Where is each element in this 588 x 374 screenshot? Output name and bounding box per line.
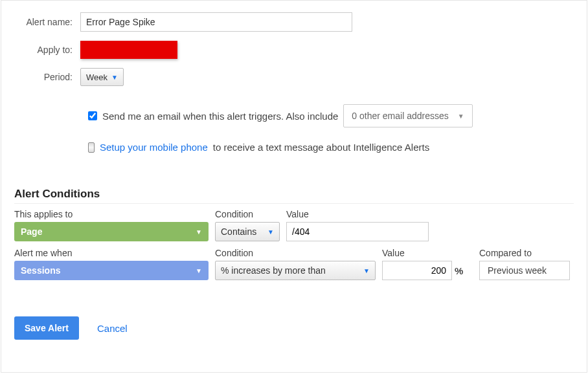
email-checkbox-row: Send me an email when this alert trigger… <box>88 104 574 127</box>
cancel-button[interactable]: Cancel <box>97 323 128 334</box>
mobile-row: Setup your mobile phone to receive a tex… <box>88 142 574 153</box>
caret-down-icon: ▼ <box>267 228 274 236</box>
email-checkbox[interactable] <box>88 111 97 120</box>
applies-label: This applies to <box>14 206 209 219</box>
alertwhen-metric-value: Sessions <box>21 265 60 276</box>
applies-row: This applies to Page ▼ Condition Contain… <box>14 206 574 241</box>
apply-to-redacted[interactable] <box>80 41 177 59</box>
applies-condition-select[interactable]: Contains ▼ <box>215 222 280 241</box>
save-alert-button[interactable]: Save Alert <box>14 316 79 340</box>
alertwhen-condition-value: % increases by more than <box>221 265 326 276</box>
notifications-block: Send me an email when this alert trigger… <box>88 104 574 153</box>
row-apply-to: Apply to: <box>14 41 574 59</box>
alertwhen-value-label: Value <box>382 245 473 258</box>
alert-name-input[interactable] <box>80 12 352 32</box>
compared-value: Previous week <box>488 265 547 276</box>
alert-form: Alert name: Apply to: Period: Week ▼ Sen… <box>1 0 587 373</box>
applies-value-input[interactable] <box>286 222 429 241</box>
compared-value-box[interactable]: Previous week <box>479 261 570 280</box>
button-row: Save Alert Cancel <box>14 316 574 340</box>
compared-label: Compared to <box>479 245 570 258</box>
applies-value-label: Value <box>286 206 429 219</box>
alertwhen-row: Alert me when Sessions ▼ Condition % inc… <box>14 245 574 280</box>
caret-down-icon: ▼ <box>111 74 118 81</box>
alertwhen-label: Alert me when <box>14 245 209 258</box>
applies-condition-value: Contains <box>221 226 256 237</box>
percent-symbol: % <box>455 265 463 276</box>
caret-down-icon: ▼ <box>196 228 202 236</box>
alertwhen-cond-label: Condition <box>215 245 376 258</box>
period-value: Week <box>86 72 107 82</box>
label-apply-to: Apply to: <box>14 45 80 55</box>
row-alert-name: Alert name: <box>14 12 574 32</box>
label-period: Period: <box>14 72 80 82</box>
alert-conditions-title: Alert Conditions <box>14 188 574 201</box>
caret-down-icon: ▼ <box>196 267 202 274</box>
applies-dimension-select[interactable]: Page ▼ <box>14 222 209 241</box>
mobile-trail-text: to receive a text message about Intellig… <box>213 142 429 153</box>
period-select[interactable]: Week ▼ <box>80 68 124 86</box>
alertwhen-value-input[interactable] <box>382 261 452 280</box>
recipients-select[interactable]: 0 other email addresses ▼ <box>343 104 472 127</box>
label-alert-name: Alert name: <box>14 17 80 27</box>
recipients-value: 0 other email addresses <box>352 111 448 121</box>
row-period: Period: Week ▼ <box>14 68 574 86</box>
applies-cond-label: Condition <box>215 206 280 219</box>
alertwhen-metric-select[interactable]: Sessions ▼ <box>14 261 209 280</box>
applies-dimension-value: Page <box>21 226 42 237</box>
caret-down-icon: ▼ <box>363 267 370 274</box>
alertwhen-condition-select[interactable]: % increases by more than ▼ <box>215 261 376 280</box>
caret-down-icon: ▼ <box>458 113 464 120</box>
email-text: Send me an email when this alert trigger… <box>102 111 338 122</box>
phone-icon <box>88 142 95 153</box>
mobile-setup-link[interactable]: Setup your mobile phone <box>100 142 208 153</box>
alert-conditions-grid: This applies to Page ▼ Condition Contain… <box>14 203 574 280</box>
